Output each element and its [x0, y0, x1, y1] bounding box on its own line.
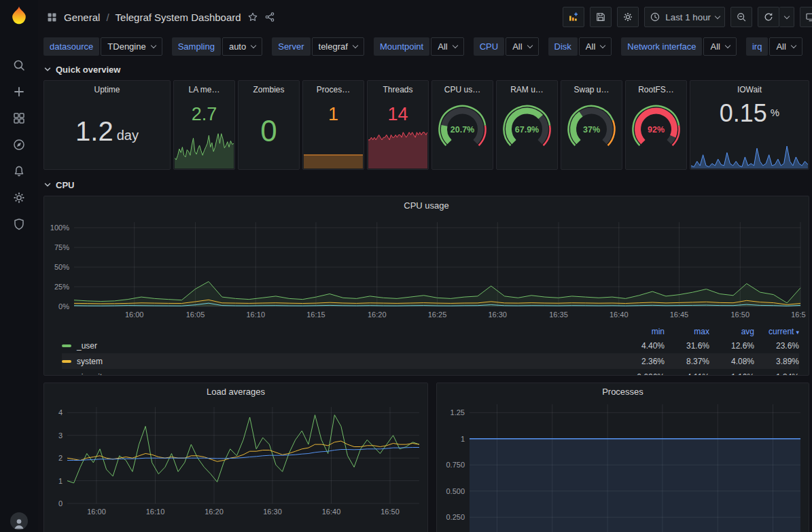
- share-icon[interactable]: [264, 12, 275, 22]
- gauge: 20.7%: [432, 96, 493, 154]
- panel-title[interactable]: Load averages: [44, 383, 427, 400]
- sparkline: [175, 131, 234, 169]
- panel-title[interactable]: LA me…: [174, 81, 234, 97]
- svg-text:16:10: 16:10: [146, 508, 165, 516]
- explore-compass-icon[interactable]: [4, 133, 34, 156]
- processes-chart[interactable]: 0.2500.5000.75011.25: [440, 400, 806, 532]
- panel-threads: Threads 14: [367, 80, 429, 170]
- variable-label: datasource: [43, 37, 99, 56]
- variable-value-dropdown[interactable]: TDengine: [101, 37, 162, 56]
- panel-iowait: IOWait 0.15 %: [690, 80, 809, 170]
- stat-value: 0.15 %: [690, 101, 809, 126]
- panel-title[interactable]: RootFS…: [626, 81, 686, 97]
- variable-value-dropdown[interactable]: telegraf: [312, 37, 364, 56]
- quick-overview-row: Uptime 1.2 day LA me… 2.7 Zombies 0: [43, 80, 809, 170]
- panel-title[interactable]: Swap u…: [561, 81, 622, 97]
- panel-cpu-usage-gauge: CPU us… 20.7%: [431, 80, 493, 170]
- legend-col-avg[interactable]: avg: [709, 327, 754, 336]
- chevron-down-icon: [791, 42, 796, 48]
- row-cpu[interactable]: CPU: [43, 177, 809, 193]
- variable-value-dropdown[interactable]: All: [769, 37, 802, 56]
- svg-text:4: 4: [58, 408, 63, 416]
- cycle-view-button[interactable]: [800, 7, 812, 27]
- load-averages-chart[interactable]: 0123416:0016:1016:2016:3016:4016:50: [47, 400, 425, 521]
- legend-col-min[interactable]: min: [620, 327, 665, 336]
- panel-title[interactable]: Uptime: [44, 81, 170, 97]
- series-name[interactable]: _iowait: [77, 372, 620, 376]
- stat-value: 1.2 day: [44, 99, 170, 164]
- variable-value-dropdown[interactable]: All: [703, 37, 736, 56]
- create-plus-icon[interactable]: [4, 80, 34, 103]
- chevron-down-icon: [783, 13, 789, 18]
- star-icon[interactable]: [247, 12, 258, 22]
- variable-value-dropdown[interactable]: All: [506, 37, 538, 56]
- add-panel-button[interactable]: [563, 7, 584, 27]
- panel-title[interactable]: Proces…: [303, 81, 364, 97]
- panel-title[interactable]: CPU usage: [44, 196, 809, 215]
- row-quick-overview[interactable]: Quick overview: [43, 61, 809, 77]
- svg-text:1: 1: [58, 477, 63, 485]
- panel-swap-usage-gauge: Swap u… 37%: [561, 80, 622, 170]
- zoom-out-button[interactable]: [730, 7, 752, 27]
- variable-value-dropdown[interactable]: All: [431, 37, 463, 56]
- panel-title[interactable]: RAM u…: [497, 81, 557, 97]
- panel-title[interactable]: Zombies: [239, 81, 299, 97]
- variable-label: CPU: [474, 37, 504, 56]
- legend-col-current[interactable]: current▾: [754, 327, 799, 336]
- variable-server: Server telegraf: [272, 37, 364, 56]
- svg-text:75%: 75%: [54, 243, 69, 251]
- series-name[interactable]: system: [77, 357, 620, 366]
- dashboard-variables: datasource TDengine Sampling auto Server…: [38, 34, 812, 58]
- panel-title[interactable]: IOWait: [690, 81, 809, 97]
- server-admin-shield-icon[interactable]: [4, 213, 34, 236]
- refresh-button[interactable]: [758, 7, 779, 27]
- variable-disk: Disk All: [548, 37, 612, 56]
- svg-text:16:50: 16:50: [381, 508, 400, 516]
- svg-text:0.750: 0.750: [446, 461, 465, 469]
- legend-row-system: system 2.36% 8.37% 4.08% 3.89%: [62, 353, 799, 369]
- time-range-picker[interactable]: Last 1 hour: [644, 7, 725, 27]
- panel-title[interactable]: CPU us…: [432, 81, 493, 97]
- svg-text:67.9%: 67.9%: [515, 125, 539, 135]
- svg-text:16:15: 16:15: [306, 311, 325, 319]
- grafana-logo[interactable]: [9, 5, 29, 26]
- side-menu: [4, 54, 34, 236]
- variable-label: Disk: [548, 37, 578, 56]
- dashboards-icon[interactable]: [4, 107, 34, 130]
- alerting-bell-icon[interactable]: [4, 160, 34, 183]
- variable-value-dropdown[interactable]: auto: [222, 37, 262, 56]
- svg-text:25%: 25%: [54, 283, 69, 291]
- svg-text:16:45: 16:45: [670, 311, 689, 319]
- svg-text:16:40: 16:40: [610, 311, 629, 319]
- variable-value-dropdown[interactable]: All: [579, 37, 612, 56]
- svg-text:1: 1: [461, 435, 465, 443]
- sort-caret-icon: ▾: [796, 329, 799, 336]
- configuration-gear-icon[interactable]: [4, 186, 34, 209]
- clock-icon: [650, 12, 660, 22]
- svg-text:3: 3: [58, 431, 63, 440]
- series-name[interactable]: _user: [77, 341, 620, 351]
- panel-title[interactable]: Processes: [437, 383, 809, 400]
- cpu-usage-chart[interactable]: 0%25%50%75%100%16:0016:0516:1016:1516:20…: [47, 215, 806, 324]
- svg-text:50%: 50%: [54, 263, 69, 271]
- dashboard-settings-button[interactable]: [617, 7, 639, 27]
- legend-col-max[interactable]: max: [665, 327, 709, 336]
- svg-text:16:05: 16:05: [186, 311, 205, 319]
- search-icon[interactable]: [4, 54, 34, 77]
- sidebar: [0, 0, 38, 532]
- panel-title[interactable]: Threads: [368, 81, 428, 97]
- svg-text:100%: 100%: [50, 224, 69, 232]
- legend-row-user: _user 4.40% 31.6% 12.6% 23.6%: [62, 338, 799, 353]
- time-range-label: Last 1 hour: [665, 12, 711, 22]
- series-swatch: [62, 344, 71, 347]
- series-swatch: [62, 360, 71, 363]
- svg-text:0.250: 0.250: [446, 513, 465, 521]
- bottom-row: Load averages 0123416:0016:1016:2016:301…: [43, 383, 809, 532]
- variable-network-interface: Network interface All: [621, 37, 737, 56]
- stat-value: 0: [239, 99, 299, 164]
- refresh-interval-dropdown[interactable]: [779, 7, 794, 27]
- breadcrumb-folder[interactable]: General: [64, 12, 100, 23]
- save-dashboard-button[interactable]: [590, 7, 612, 27]
- panel-load-average: LA me… 2.7: [173, 80, 235, 170]
- user-avatar[interactable]: [10, 512, 28, 530]
